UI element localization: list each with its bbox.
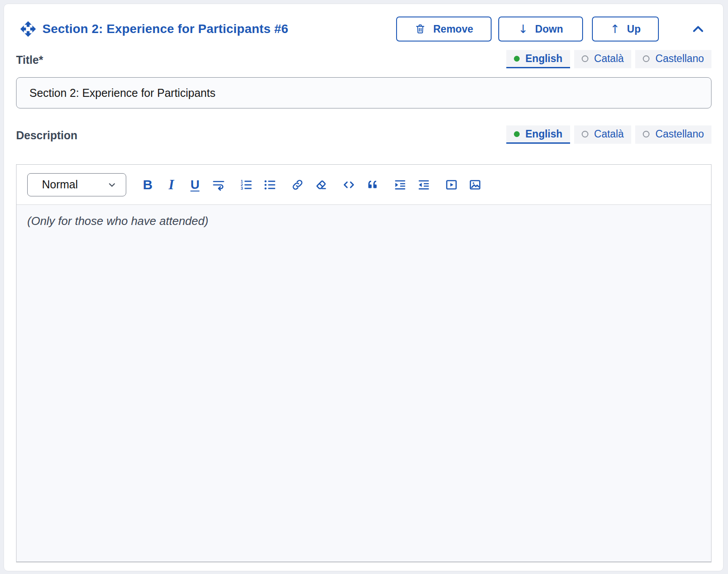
language-tab-castellano[interactable]: Castellano (635, 125, 711, 144)
language-tab-label: Castellano (655, 128, 704, 140)
ordered-list-icon: 1 2 3 (240, 178, 253, 191)
remove-button[interactable]: Remove (396, 17, 492, 42)
editor-content-area[interactable]: (Only for those who have attended) (17, 205, 711, 562)
chevron-down-icon (107, 180, 117, 190)
editor-content-text: (Only for those who have attended) (27, 214, 208, 228)
indent-increase-icon (393, 178, 407, 191)
filled-dot-icon (514, 131, 520, 137)
link-icon (291, 178, 304, 191)
description-label-row: Description English Català Castellano (16, 125, 711, 144)
text-wrap-icon (212, 178, 225, 191)
unordered-list-button[interactable] (261, 176, 279, 194)
trash-icon (414, 23, 426, 35)
image-icon (468, 178, 482, 191)
code-icon (342, 178, 356, 191)
move-down-button[interactable]: ↓ Down (498, 17, 583, 42)
toolbar-group-code-quote (340, 176, 381, 194)
section-card: Section 2: Experience for Participants #… (4, 4, 724, 571)
unordered-list-icon (263, 178, 277, 191)
language-tab-label: English (525, 128, 563, 140)
toolbar-group-lists: 1 2 3 (237, 176, 279, 194)
drag-handle[interactable] (20, 21, 37, 37)
blockquote-button[interactable] (364, 176, 381, 194)
ordered-list-button[interactable]: 1 2 3 (237, 176, 255, 194)
bold-button[interactable]: B (139, 176, 157, 194)
editor-toolbar: Normal B I U (17, 165, 711, 205)
code-view-button[interactable] (340, 176, 358, 194)
description-field-label: Description (16, 129, 78, 144)
arrow-down-icon: ↓ (518, 23, 528, 35)
description-language-tabs: English Català Castellano (506, 125, 711, 144)
text-wrap-button[interactable] (210, 176, 228, 194)
italic-button[interactable]: I (162, 176, 180, 194)
insert-image-button[interactable] (466, 176, 484, 194)
bold-icon: B (143, 178, 153, 191)
language-tab-catala[interactable]: Català (574, 50, 631, 68)
rich-text-editor: Normal B I U (16, 164, 711, 562)
empty-circle-icon (582, 55, 588, 62)
move-icon (20, 21, 37, 37)
video-icon (445, 178, 458, 191)
section-title: Section 2: Experience for Participants #… (42, 22, 288, 36)
language-tab-catala[interactable]: Català (574, 125, 631, 144)
eraser-icon (314, 178, 328, 191)
language-tab-label: Castellano (655, 53, 704, 65)
indent-increase-button[interactable] (391, 176, 409, 194)
up-button-label: Up (627, 23, 641, 35)
language-tab-english[interactable]: English (506, 125, 570, 144)
toolbar-group-indent (391, 176, 433, 194)
indent-decrease-button[interactable] (415, 176, 433, 194)
underline-button[interactable]: U (186, 176, 204, 194)
title-label-row: Title* English Català Castellano (16, 50, 711, 68)
chevron-up-icon (691, 22, 705, 36)
title-input[interactable] (16, 77, 711, 108)
collapse-section-button[interactable] (691, 22, 705, 36)
italic-icon: I (169, 178, 174, 191)
move-up-button[interactable]: ↑ Up (592, 17, 659, 42)
blockquote-icon (366, 178, 379, 191)
paragraph-format-select[interactable]: Normal (27, 173, 126, 196)
remove-button-label: Remove (433, 23, 473, 35)
section-header: Section 2: Experience for Participants #… (16, 16, 711, 42)
title-language-tabs: English Català Castellano (506, 50, 711, 68)
toolbar-group-media (443, 176, 484, 194)
format-select-value: Normal (42, 178, 78, 191)
empty-circle-icon (643, 55, 649, 62)
language-tab-label: Català (594, 53, 624, 65)
language-tab-label: Català (594, 128, 624, 140)
underline-icon: U (190, 179, 199, 191)
filled-dot-icon (514, 56, 520, 62)
toolbar-group-link (289, 176, 330, 194)
down-button-label: Down (535, 23, 563, 35)
empty-circle-icon (582, 131, 588, 137)
embed-video-button[interactable] (443, 176, 460, 194)
title-field-label: Title* (16, 54, 43, 68)
language-tab-label: English (525, 53, 563, 65)
clear-formatting-button[interactable] (312, 176, 330, 194)
empty-circle-icon (643, 131, 649, 137)
arrow-up-icon: ↑ (610, 23, 620, 35)
svg-text:3: 3 (241, 186, 243, 191)
language-tab-english[interactable]: English (506, 50, 570, 68)
link-button[interactable] (289, 176, 306, 194)
language-tab-castellano[interactable]: Castellano (635, 50, 711, 68)
indent-decrease-icon (417, 178, 430, 191)
toolbar-group-text-style: B I U (139, 176, 228, 194)
